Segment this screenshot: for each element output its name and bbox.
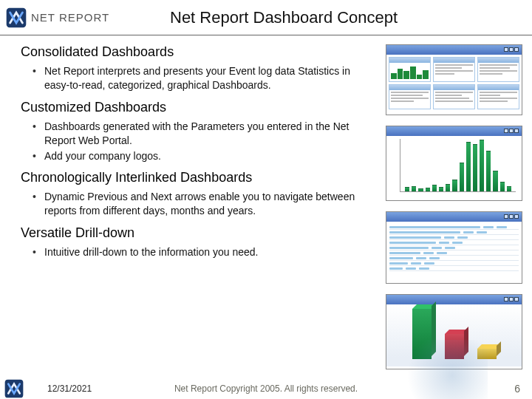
window-titlebar-icon xyxy=(386,45,522,55)
bullet-list: Intuitive drill-down to the information … xyxy=(21,245,377,259)
window-titlebar-icon xyxy=(386,212,522,222)
window-titlebar-icon xyxy=(386,295,522,304)
slide-content: Consolidated Dashboards Net Report inter… xyxy=(0,35,532,372)
table-thumbnail xyxy=(386,211,522,284)
section-heading: Chronologically Interlinked Dashboards xyxy=(21,170,377,185)
bars3d-thumbnail xyxy=(386,294,522,369)
netreport-logo-icon xyxy=(6,7,27,28)
window-titlebar-icon xyxy=(386,126,522,136)
brand-text: NET REPORT xyxy=(31,11,109,24)
bullet-item: Intuitive drill-down to the information … xyxy=(33,245,377,259)
bullet-item: Dashboards generated with the Parameters… xyxy=(33,120,377,148)
footer-copyright: Net Report Copyright 2005. All rights re… xyxy=(174,383,358,394)
slide-title: Net Report Dashboard Concept xyxy=(148,8,532,27)
section-heading: Consolidated Dashboards xyxy=(21,44,377,60)
thumbnail-column xyxy=(386,44,526,372)
bullet-list: Dynamic Previous and Next arrows enable … xyxy=(21,190,377,218)
netreport-logo-icon xyxy=(4,379,24,398)
text-column: Consolidated Dashboards Net Report inter… xyxy=(21,44,386,372)
section-heading: Versatile Drill-down xyxy=(21,225,377,241)
barchart-thumbnail xyxy=(386,126,522,201)
slide-header: NET REPORT Net Report Dashboard Concept xyxy=(0,0,532,35)
brand-logo: NET REPORT xyxy=(0,7,148,28)
bullet-list: Net Report interprets and presents your … xyxy=(21,64,377,92)
dashboard-thumbnail xyxy=(386,44,522,115)
page-number: 6 xyxy=(514,383,520,395)
bullet-item: Net Report interprets and presents your … xyxy=(33,64,377,92)
bullet-item: Add your company logos. xyxy=(33,149,377,163)
bullet-item: Dynamic Previous and Next arrows enable … xyxy=(33,190,377,218)
section-heading: Customized Dashboards xyxy=(21,100,377,115)
slide-footer: 12/31/2021 Net Report Copyright 2005. Al… xyxy=(0,378,532,399)
bullet-list: Dashboards generated with the Parameters… xyxy=(21,120,377,163)
footer-date: 12/31/2021 xyxy=(47,383,92,394)
